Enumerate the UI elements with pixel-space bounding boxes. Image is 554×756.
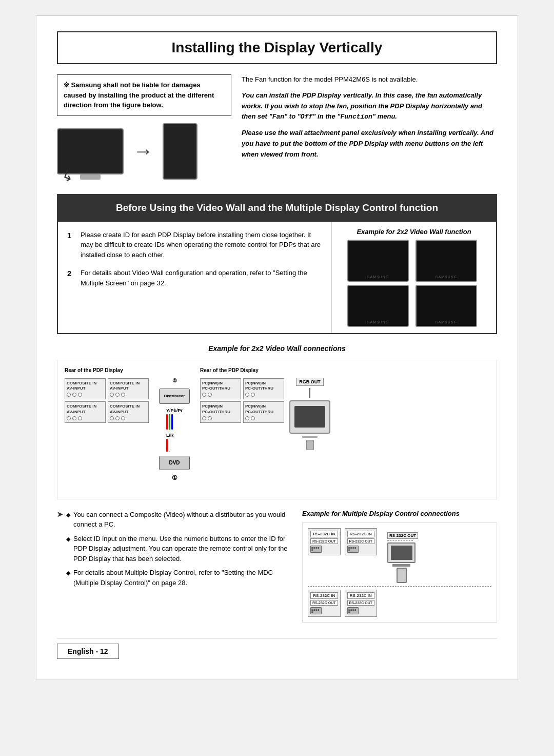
right-column: The Fan function for the model PPM42M6S …: [242, 74, 497, 180]
monitor-screen: [294, 406, 325, 428]
distributor-section: ② Distributor Y/Pb/Pr L/R: [154, 367, 195, 492]
port-dot: [72, 393, 76, 397]
item-number-2: 2: [67, 268, 75, 288]
fan-note: The Fan function for the model PPM42M6S …: [242, 74, 497, 85]
mdc-port-3: [310, 607, 322, 614]
port-dot: [72, 416, 76, 420]
bottom-section: ➤ You can connect a Composite (Video) wi…: [57, 510, 497, 623]
warning-text: ※ Samsung shall not be liable for damage…: [64, 81, 214, 109]
monitor-stand: [302, 436, 318, 438]
right-computer-icon: [387, 542, 416, 583]
left-column: ※ Samsung shall not be liable for damage…: [57, 74, 231, 180]
page-title: Installing the Display Vertically: [68, 40, 486, 56]
port-dot: [110, 416, 114, 420]
pdp-cell-2: COMPOSITE INAV-INPUT: [108, 378, 149, 400]
section2-inner: 1 Please create ID for each PDP Display …: [58, 222, 496, 333]
mdc-cell-2: RS-232C IN RS-232C OUT: [345, 528, 378, 555]
rgb-out-label: RGB OUT: [296, 378, 324, 386]
l-r-label: L/R: [166, 433, 174, 438]
arrow-right-icon: →: [133, 140, 153, 163]
install-instructions: You can install the PDP Display vertical…: [242, 90, 497, 123]
comp-screen: [391, 546, 412, 560]
cable-audio-red: [166, 439, 168, 452]
vw-cell-4: [416, 285, 477, 327]
bottom-left: ➤ You can connect a Composite (Video) wi…: [57, 510, 292, 596]
display-illustration: ↰ →: [57, 123, 231, 180]
y-pb-pr-label: Y/Pb/Pr: [166, 408, 183, 413]
bullet-item-3: For details about Multiple Display Contr…: [66, 568, 292, 588]
rear-label-1: Rear of the PDP Display: [65, 367, 149, 373]
section2-right: Example for 2x2 Video Wall function: [332, 222, 496, 333]
video-wall-grid: [347, 240, 481, 327]
port-dot: [251, 416, 255, 420]
mdc-port-4: [347, 607, 359, 614]
port-dot: [78, 393, 82, 397]
bullet-list: You can connect a Composite (Video) with…: [66, 510, 292, 592]
rgb-out-section: RGB OUT: [289, 367, 330, 450]
section2-body: 1 Please create ID for each PDP Display …: [57, 222, 497, 334]
pdp-grid-left: COMPOSITE INAV-INPUT COMPOSITE INAV-INPU…: [65, 378, 149, 423]
comp-base: [392, 564, 410, 567]
rear-label-2: Rear of the PDP Display: [200, 367, 284, 373]
footer: English - 12: [57, 638, 497, 659]
item-number-1: 1: [67, 230, 75, 260]
dashed-divider: [308, 586, 491, 587]
port-dot: [202, 416, 206, 420]
item-text-2: For details about Video Wall configurati…: [81, 268, 322, 288]
mdc-bottom-row: RS-232C IN RS-232C OUT: [308, 590, 491, 617]
connections-title: Example for 2x2 Video Wall connections: [57, 344, 497, 353]
rgb-cable: [309, 388, 310, 398]
port-dot: [67, 393, 71, 397]
port-dot: [78, 416, 82, 420]
title-box: Installing the Display Vertically: [57, 31, 497, 64]
cable-red: [166, 414, 168, 430]
connections-section: Example for 2x2 Video Wall connections R…: [57, 344, 497, 499]
right-pdp-section: Rear of the PDP Display PC(N/W)INPC-OUT/…: [200, 367, 489, 450]
pdp-cell-r4: PC(N/W)INPC-OUT/THRU: [243, 401, 284, 423]
bullet-item-1: You can connect a Composite (Video) with…: [66, 510, 292, 530]
mdc-title: Example for Multiple Display Control con…: [302, 510, 497, 517]
footer-text: English - 12: [57, 644, 119, 659]
mdc-port-1: [310, 546, 322, 553]
comp-tower: [397, 568, 407, 583]
circle-1: ①: [172, 474, 177, 481]
video-wall-example-label: Example for 2x2 Video Wall function: [357, 228, 471, 236]
computer-tower-small: [306, 440, 314, 450]
mdc-diagram: RS-232C IN RS-232C OUT: [302, 522, 497, 623]
computer-monitor-icon: [289, 400, 330, 434]
mdc-port-2: [347, 546, 359, 553]
pdp-cell-1: COMPOSITE INAV-INPUT: [65, 378, 106, 400]
mdc-cell-3: RS-232C IN RS-232C OUT: [308, 590, 341, 617]
section2-title: Before Using the Video Wall and the Mult…: [57, 194, 497, 222]
rs232c-out-right-label: RS-232C OUT: [387, 532, 418, 539]
cable-green: [169, 414, 170, 430]
cable-blue: [171, 414, 173, 430]
bottom-right: Example for Multiple Display Control con…: [302, 510, 497, 623]
pdp-cell-4: COMPOSITE INAV-INPUT: [108, 401, 149, 423]
vertical-monitor-icon: [163, 123, 197, 180]
cable-section: Y/Pb/Pr L/R: [166, 408, 183, 452]
port-dot: [115, 416, 120, 420]
pdp-grid-right: PC(N/W)INPC-OUT/THRU PC(N/W)INPC-OUT/THR…: [200, 378, 284, 423]
port-dot: [245, 393, 249, 397]
port-dot: [110, 393, 114, 397]
port-dot: [202, 393, 206, 397]
mdc-cell-1: RS-232C IN RS-232C OUT: [308, 528, 341, 555]
comp-monitor: [387, 542, 416, 563]
port-dot: [208, 393, 212, 397]
mdc-top-row: RS-232C IN RS-232C OUT: [308, 528, 491, 584]
dashed-connector: [387, 540, 413, 541]
numbered-item-1: 1 Please create ID for each PDP Display …: [67, 230, 322, 260]
port-dot: [121, 416, 125, 420]
warning-box: ※ Samsung shall not be liable for damage…: [57, 74, 231, 116]
left-pdp-section: Rear of the PDP Display COMPOSITE INAV-I…: [65, 367, 149, 423]
vw-cell-3: [347, 285, 409, 327]
cable-audio-white: [169, 439, 170, 452]
port-dot: [67, 416, 71, 420]
dvd-device: DVD: [159, 456, 190, 470]
pdp-cell-r2: PC(N/W)INPC-OUT/THRU: [243, 378, 284, 400]
port-dot: [115, 393, 120, 397]
pdp-cell-r3: PC(N/W)INPC-OUT/THRU: [200, 401, 241, 423]
pdp-cell-3: COMPOSITE INAV-INPUT: [65, 401, 106, 423]
section2-left: 1 Please create ID for each PDP Display …: [58, 222, 332, 333]
